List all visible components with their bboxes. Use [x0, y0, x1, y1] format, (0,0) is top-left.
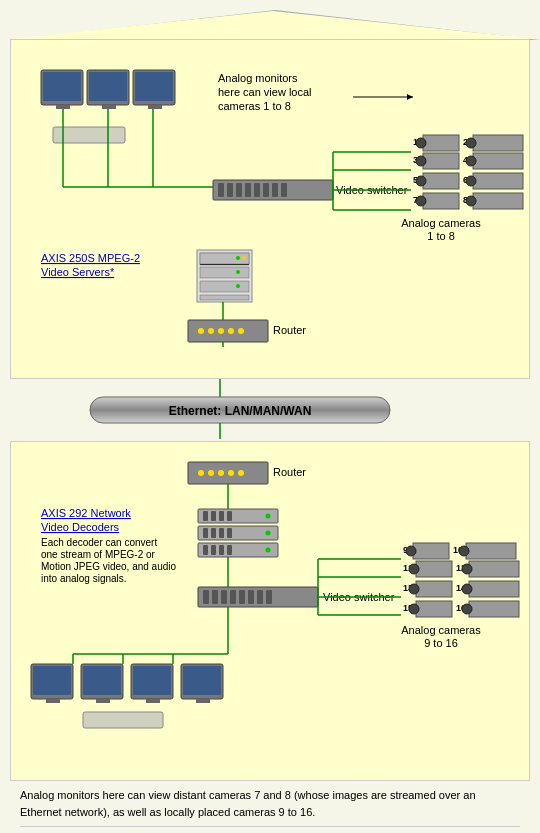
svg-rect-124 — [257, 590, 263, 604]
svg-text:Analog cameras: Analog cameras — [401, 217, 481, 229]
svg-rect-2 — [56, 105, 70, 109]
svg-rect-23 — [254, 183, 260, 197]
svg-point-149 — [462, 584, 472, 594]
svg-rect-99 — [203, 528, 208, 538]
svg-point-41 — [416, 156, 426, 166]
svg-rect-93 — [203, 511, 208, 521]
svg-rect-43 — [473, 153, 523, 169]
svg-text:into analog signals.: into analog signals. — [41, 573, 127, 584]
svg-text:one stream of MPEG-2 or: one stream of MPEG-2 or — [41, 549, 156, 560]
svg-rect-164 — [33, 666, 71, 695]
svg-text:9 to 16: 9 to 16 — [424, 637, 458, 649]
svg-point-75 — [218, 328, 224, 334]
svg-point-74 — [208, 328, 214, 334]
svg-rect-46 — [423, 173, 459, 189]
svg-rect-142 — [469, 561, 519, 577]
svg-point-103 — [266, 531, 271, 536]
bottom-section: Router — [10, 441, 530, 781]
svg-point-50 — [466, 176, 476, 186]
svg-rect-61 — [200, 253, 249, 264]
svg-rect-95 — [219, 511, 224, 521]
top-diagram-container: Analog monitors here can view local came… — [23, 52, 517, 347]
svg-rect-7 — [135, 72, 173, 101]
svg-point-143 — [462, 564, 472, 574]
svg-point-67 — [236, 270, 240, 274]
svg-rect-148 — [469, 581, 519, 597]
page-wrapper: Analog monitors here can view local came… — [0, 0, 540, 833]
svg-text:Ethernet: LAN/MAN/WAN: Ethernet: LAN/MAN/WAN — [169, 404, 312, 418]
svg-rect-121 — [230, 590, 236, 604]
svg-point-155 — [462, 604, 472, 614]
svg-rect-165 — [46, 699, 60, 703]
footer-main-text: Analog monitors here can view distant ca… — [20, 787, 520, 820]
svg-rect-25 — [272, 183, 278, 197]
svg-text:Video Servers*: Video Servers* — [41, 266, 115, 278]
svg-text:Video Decoders: Video Decoders — [41, 521, 120, 533]
svg-rect-64 — [200, 295, 249, 300]
svg-point-77 — [238, 328, 244, 334]
svg-text:Analog cameras: Analog cameras — [401, 624, 481, 636]
svg-point-85 — [198, 470, 204, 476]
svg-rect-118 — [203, 590, 209, 604]
middle-connector-svg: Ethernet: LAN/MAN/WAN — [10, 379, 540, 439]
svg-point-65 — [236, 256, 240, 260]
svg-rect-19 — [218, 183, 224, 197]
svg-rect-123 — [248, 590, 254, 604]
svg-rect-24 — [263, 183, 269, 197]
svg-rect-8 — [148, 105, 162, 109]
svg-rect-52 — [423, 193, 459, 209]
svg-text:Each decoder can convert: Each decoder can convert — [41, 537, 157, 548]
svg-point-38 — [466, 138, 476, 148]
svg-rect-40 — [423, 153, 459, 169]
svg-point-53 — [416, 196, 426, 206]
svg-point-47 — [416, 176, 426, 186]
middle-section: Ethernet: LAN/MAN/WAN — [10, 379, 530, 441]
svg-point-73 — [198, 328, 204, 334]
svg-point-140 — [409, 564, 419, 574]
svg-point-109 — [266, 548, 271, 553]
svg-text:Motion JPEG video, and audio: Motion JPEG video, and audio — [41, 561, 177, 572]
svg-rect-175 — [83, 712, 163, 728]
svg-point-97 — [266, 514, 271, 519]
svg-rect-108 — [227, 545, 232, 555]
svg-rect-63 — [200, 281, 249, 292]
svg-point-134 — [406, 546, 416, 556]
svg-rect-96 — [227, 511, 232, 521]
svg-point-152 — [409, 604, 419, 614]
svg-rect-170 — [133, 666, 171, 695]
svg-rect-168 — [96, 699, 110, 703]
svg-rect-125 — [266, 590, 272, 604]
svg-text:1 to 8: 1 to 8 — [427, 230, 455, 242]
svg-text:Analog monitors: Analog monitors — [218, 72, 298, 84]
footer-footnote: * Other Axis video servers (either MPEG-… — [20, 826, 520, 833]
svg-point-68 — [236, 284, 240, 288]
svg-text:here can view local: here can view local — [218, 86, 312, 98]
svg-rect-107 — [219, 545, 224, 555]
svg-rect-173 — [183, 666, 221, 695]
svg-rect-1 — [43, 72, 81, 101]
svg-point-87 — [218, 470, 224, 476]
svg-text:AXIS 292 Network: AXIS 292 Network — [41, 507, 131, 519]
svg-rect-151 — [416, 601, 452, 617]
svg-rect-100 — [211, 528, 216, 538]
svg-rect-120 — [221, 590, 227, 604]
svg-rect-20 — [227, 183, 233, 197]
roof-inner-shape — [10, 11, 536, 39]
svg-rect-4 — [89, 72, 127, 101]
svg-rect-139 — [416, 561, 452, 577]
svg-rect-145 — [416, 581, 452, 597]
svg-point-66 — [242, 256, 246, 260]
svg-rect-122 — [239, 590, 245, 604]
svg-rect-13 — [53, 127, 125, 143]
svg-rect-154 — [469, 601, 519, 617]
svg-rect-101 — [219, 528, 224, 538]
svg-rect-62 — [200, 267, 249, 278]
svg-rect-55 — [473, 193, 523, 209]
svg-text:AXIS 250S MPEG-2: AXIS 250S MPEG-2 — [41, 252, 140, 264]
svg-text:cameras 1 to 8: cameras 1 to 8 — [218, 100, 291, 112]
svg-rect-94 — [211, 511, 216, 521]
svg-rect-119 — [212, 590, 218, 604]
svg-point-44 — [466, 156, 476, 166]
svg-point-35 — [416, 138, 426, 148]
top-diagram-svg: Analog monitors here can view local came… — [23, 52, 539, 347]
